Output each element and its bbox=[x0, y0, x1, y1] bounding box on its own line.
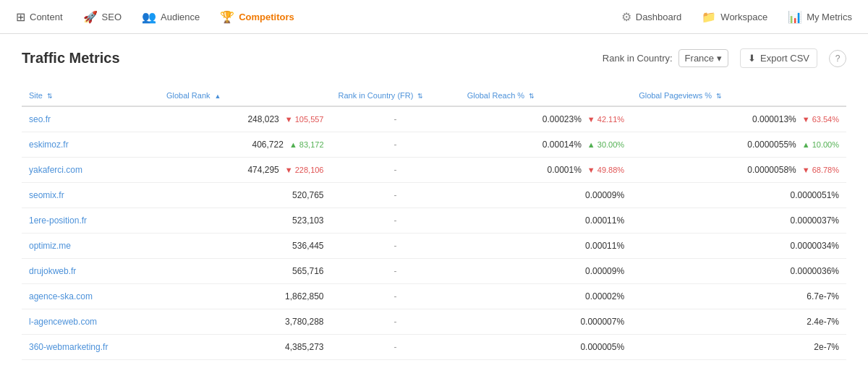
content-icon: ⊞ bbox=[16, 10, 25, 24]
global-rank-value: 4,385,273 bbox=[285, 342, 323, 352]
cell-global-pageviews: 0.000013%▼ 63.54% bbox=[631, 106, 846, 132]
site-link[interactable]: l-agenceweb.com bbox=[29, 317, 97, 327]
global-pageviews-value: 6.7e-7% bbox=[807, 291, 839, 301]
cell-global-pageviews: 0.0000037% bbox=[631, 208, 846, 234]
nav-my-metrics-label: My Metrics bbox=[807, 12, 852, 22]
cell-global-reach: 0.00014%▲ 30.00% bbox=[460, 132, 632, 158]
cell-global-pageviews: 2.4e-7% bbox=[631, 309, 846, 335]
nav-competitors[interactable]: 🏆 Competitors bbox=[211, 6, 303, 28]
global-rank-value: 248,023 bbox=[247, 114, 278, 124]
cell-rank-country: - bbox=[331, 284, 460, 309]
country-value: France bbox=[685, 53, 714, 64]
cell-site: drujokweb.fr bbox=[22, 259, 159, 284]
nav-competitors-label: Competitors bbox=[239, 12, 294, 22]
table-row: yakaferci.com474,295▼ 228,106-0.0001%▼ 4… bbox=[22, 158, 846, 183]
cell-global-pageviews: 0.0000055%▲ 10.00% bbox=[631, 132, 846, 158]
col-site-label: Site bbox=[29, 91, 43, 100]
cell-rank-country: - bbox=[331, 234, 460, 259]
nav-seo[interactable]: 🚀 SEO bbox=[75, 6, 130, 28]
cell-global-reach: 0.0001%▼ 49.88% bbox=[460, 158, 632, 183]
export-label: Export CSV bbox=[760, 53, 809, 64]
col-global-reach-label: Global Reach % bbox=[467, 91, 525, 100]
my-metrics-icon: 📊 bbox=[788, 10, 802, 24]
global-reach-value: 0.000007% bbox=[580, 317, 624, 327]
global-pageviews-value: 0.0000036% bbox=[791, 266, 839, 276]
site-link[interactable]: seomix.fr bbox=[29, 190, 64, 200]
col-header-global-pageviews[interactable]: Global Pageviews % ⇅ bbox=[631, 85, 846, 106]
cell-global-pageviews: 2e-7% bbox=[631, 335, 846, 360]
col-header-site[interactable]: Site ⇅ bbox=[22, 85, 159, 106]
global-rank-value: 3,780,288 bbox=[285, 317, 323, 327]
site-link[interactable]: optimiz.me bbox=[29, 241, 71, 251]
global-reach-value: 0.00023% bbox=[542, 114, 582, 124]
cell-global-reach: 0.00011% bbox=[460, 234, 632, 259]
export-csv-button[interactable]: ⬇ Export CSV bbox=[740, 48, 817, 68]
nav-workspace[interactable]: 📁 Workspace bbox=[693, 6, 776, 28]
cell-global-rank: 1,862,850 bbox=[159, 284, 331, 309]
cell-site: 1ere-position.fr bbox=[22, 208, 159, 234]
nav-left: ⊞ Content 🚀 SEO 👥 Audience 🏆 Competitors bbox=[7, 6, 613, 28]
nav-seo-label: SEO bbox=[102, 12, 122, 22]
global-reach-change: ▼ 42.11% bbox=[587, 115, 624, 124]
global-reach-value: 0.00009% bbox=[585, 266, 624, 276]
global-rank-value: 523,103 bbox=[292, 215, 323, 226]
site-link[interactable]: drujokweb.fr bbox=[29, 266, 76, 276]
global-pageviews-value: 0.0000037% bbox=[791, 215, 839, 226]
cell-global-reach: 0.00002% bbox=[460, 284, 632, 309]
country-selector[interactable]: France ▾ bbox=[678, 49, 728, 67]
cell-site: l-agenceweb.com bbox=[22, 309, 159, 335]
global-rank-value: 565,716 bbox=[292, 266, 323, 276]
cell-rank-country: - bbox=[331, 335, 460, 360]
cell-rank-country: - bbox=[331, 158, 460, 183]
nav-audience[interactable]: 👥 Audience bbox=[133, 6, 208, 28]
global-pageviews-value: 0.0000055% bbox=[747, 140, 796, 150]
col-header-global-rank[interactable]: Global Rank ▲ bbox=[159, 85, 331, 106]
cell-global-rank: 523,103 bbox=[159, 208, 331, 234]
global-reach-value: 0.00009% bbox=[585, 190, 624, 200]
dashboard-icon: ⚙ bbox=[621, 10, 631, 24]
export-icon: ⬇ bbox=[748, 53, 756, 64]
help-button[interactable]: ? bbox=[829, 50, 846, 67]
global-rank-value: 520,765 bbox=[292, 190, 323, 200]
cell-site: optimiz.me bbox=[22, 234, 159, 259]
seo-icon: 🚀 bbox=[83, 10, 98, 24]
cell-site: eskimoz.fr bbox=[22, 132, 159, 158]
table-row: 1ere-position.fr523,103-0.00011%0.000003… bbox=[22, 208, 846, 234]
global-rank-value: 536,445 bbox=[292, 241, 323, 251]
cell-global-rank: 565,716 bbox=[159, 259, 331, 284]
cell-global-pageviews: 0.0000034% bbox=[631, 234, 846, 259]
global-pageviews-value: 0.0000058% bbox=[747, 165, 796, 175]
table-body: seo.fr248,023▼ 105,557-0.00023%▼ 42.11%0… bbox=[22, 106, 846, 360]
col-header-rank-country[interactable]: Rank in Country (FR) ⇅ bbox=[331, 85, 460, 106]
col-header-global-reach[interactable]: Global Reach % ⇅ bbox=[460, 85, 632, 106]
col-global-pageviews-label: Global Pageviews % bbox=[639, 91, 712, 100]
cell-global-reach: 0.000007% bbox=[460, 309, 632, 335]
cell-global-rank: 536,445 bbox=[159, 234, 331, 259]
site-link[interactable]: yakaferci.com bbox=[29, 165, 82, 175]
cell-global-reach: 0.000005% bbox=[460, 335, 632, 360]
global-pageviews-change: ▲ 10.00% bbox=[802, 140, 839, 149]
site-link[interactable]: seo.fr bbox=[29, 114, 51, 124]
nav-content[interactable]: ⊞ Content bbox=[7, 6, 72, 28]
nav-my-metrics[interactable]: 📊 My Metrics bbox=[779, 6, 861, 28]
cell-rank-country: - bbox=[331, 259, 460, 284]
site-link[interactable]: 1ere-position.fr bbox=[29, 215, 87, 226]
nav-dashboard[interactable]: ⚙ Dashboard bbox=[613, 6, 691, 28]
header-right: Rank in Country: France ▾ ⬇ Export CSV ? bbox=[603, 48, 846, 68]
site-link[interactable]: agence-ska.com bbox=[29, 291, 93, 301]
sort-arrow-site: ⇅ bbox=[47, 93, 53, 100]
col-global-rank-label: Global Rank bbox=[166, 91, 210, 100]
audience-icon: 👥 bbox=[142, 10, 156, 24]
site-link[interactable]: eskimoz.fr bbox=[29, 140, 69, 150]
table-row: eskimoz.fr406,722▲ 83,172-0.00014%▲ 30.0… bbox=[22, 132, 846, 158]
nav-content-label: Content bbox=[30, 12, 63, 22]
sort-arrow-rank-country: ⇅ bbox=[417, 93, 423, 100]
nav-audience-label: Audience bbox=[161, 12, 200, 22]
nav-dashboard-label: Dashboard bbox=[636, 12, 682, 22]
global-reach-value: 0.00011% bbox=[585, 241, 624, 251]
site-link[interactable]: 360-webmarketing.fr bbox=[29, 342, 108, 352]
global-pageviews-value: 0.000013% bbox=[752, 114, 796, 124]
global-reach-value: 0.00014% bbox=[542, 140, 582, 150]
nav-workspace-label: Workspace bbox=[720, 12, 767, 22]
global-pageviews-value: 2e-7% bbox=[814, 342, 839, 352]
